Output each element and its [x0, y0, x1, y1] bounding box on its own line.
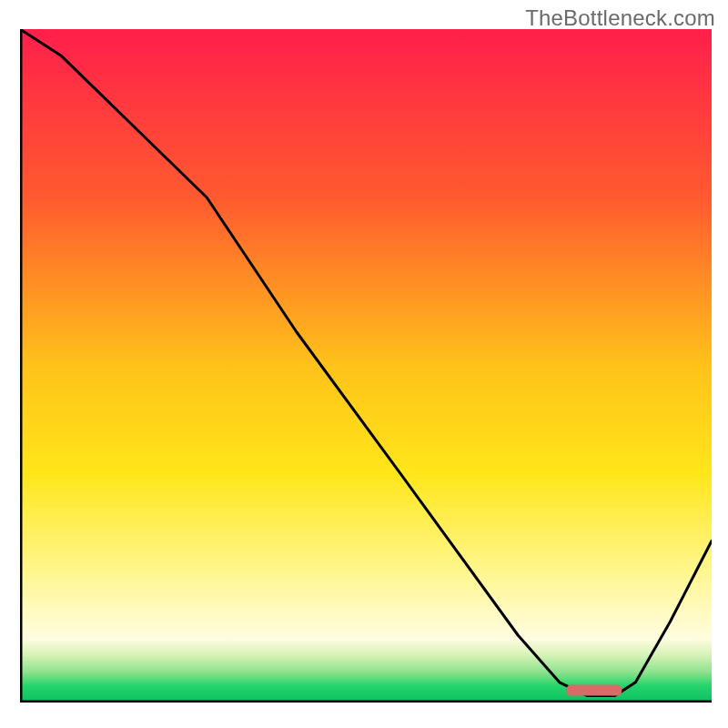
chart-frame: TheBottleneck.com	[0, 0, 728, 728]
watermark-text: TheBottleneck.com	[525, 5, 715, 31]
optimal-range-marker	[566, 685, 622, 696]
gradient-background	[20, 29, 712, 703]
chart-svg	[20, 29, 712, 703]
plot-area	[20, 29, 712, 703]
